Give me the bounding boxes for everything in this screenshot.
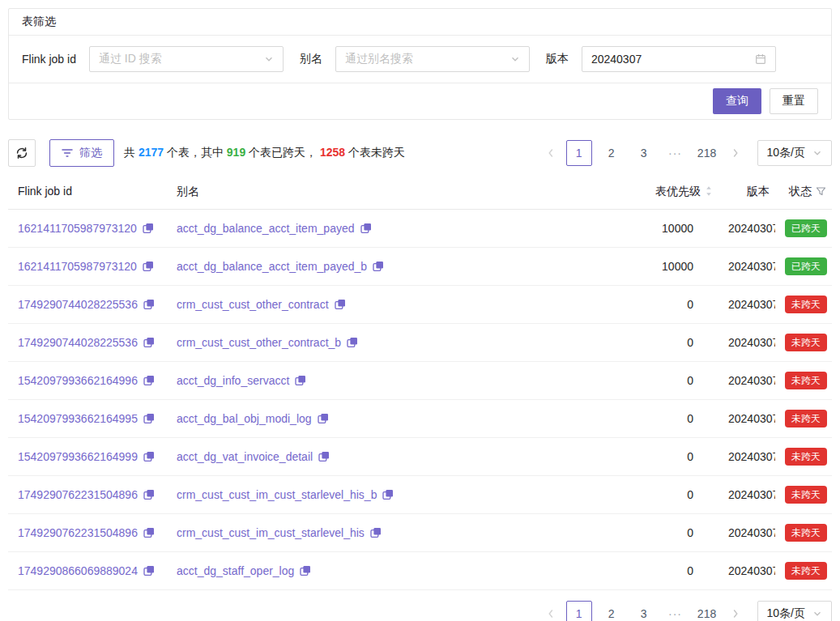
version-date-input[interactable]: 20240307 (582, 46, 776, 72)
table-header-row: Flink job id 别名 表优先级 版本 状态 (8, 173, 832, 210)
uncrossed-count: 1258 (320, 146, 345, 159)
flink-job-id-link[interactable]: 1542097993662164996 (18, 372, 138, 389)
alias-link[interactable]: crm_cust_cust_im_cust_starlevel_his (177, 525, 365, 541)
column-header-version: 版本 (718, 173, 775, 210)
alias-link[interactable]: acct_dg_info_servacct (177, 372, 289, 389)
chevron-right-icon (731, 609, 740, 619)
filter-icon (62, 148, 73, 158)
version-cell: 20240307 (718, 286, 775, 324)
page: 表筛选 Flink job id 通过 ID 搜索 别名 通过别名搜索 版本 2… (0, 0, 840, 621)
page-button-1[interactable]: 1 (566, 601, 592, 621)
alias-link[interactable]: acct_dg_bal_obj_modi_log (177, 410, 312, 427)
copy-icon[interactable] (143, 413, 155, 424)
table-row: 1542097993662164996acct_dg_info_servacct… (8, 362, 832, 400)
alias-select[interactable]: 通过别名搜索 (335, 46, 530, 72)
version-cell: 20240307 (718, 362, 775, 400)
status-badge: 未跨天 (785, 524, 827, 542)
pagination: 123···21810条/页 (542, 601, 832, 621)
page-size-value: 10条/页 (767, 606, 805, 621)
table-row: 1749290762231504896crm_cust_cust_im_cust… (8, 514, 832, 552)
flink-job-id-link[interactable]: 1749290744028225536 (18, 296, 138, 313)
copy-icon[interactable] (143, 527, 155, 538)
reset-button[interactable]: 重置 (770, 88, 818, 114)
funnel-icon[interactable] (816, 186, 826, 197)
priority-cell: 0 (613, 400, 718, 438)
copy-icon[interactable] (143, 337, 155, 348)
copy-icon[interactable] (295, 375, 306, 386)
version-cell: 20240307 (718, 400, 775, 438)
table-row: 1542097993662164995acct_dg_bal_obj_modi_… (8, 400, 832, 438)
page-button-1[interactable]: 1 (566, 140, 592, 166)
prev-page-button[interactable] (542, 601, 560, 621)
copy-icon[interactable] (347, 337, 358, 348)
copy-icon[interactable] (143, 451, 155, 462)
flink-job-id-select[interactable]: 通过 ID 搜索 (89, 46, 284, 72)
chevron-down-icon (812, 609, 822, 619)
alias-link[interactable]: acct_dg_balance_acct_item_payed_b (177, 258, 367, 274)
version-cell: 20240307 (718, 248, 775, 286)
copy-icon[interactable] (143, 223, 154, 234)
flink-job-id-link[interactable]: 1749290762231504896 (18, 525, 138, 541)
copy-icon[interactable] (143, 565, 155, 576)
alias-link[interactable]: acct_dg_staff_oper_log (177, 563, 294, 579)
flink-job-id-link[interactable]: 1749290762231504896 (18, 487, 138, 503)
page-button-218[interactable]: 218 (694, 140, 720, 166)
chevron-right-icon (731, 148, 740, 158)
copy-icon[interactable] (318, 451, 330, 462)
page-button-2[interactable]: 2 (599, 140, 625, 166)
priority-cell: 0 (613, 286, 718, 324)
flink-job-id-link[interactable]: 1621411705987973120 (18, 258, 137, 274)
prev-page-button[interactable] (542, 140, 560, 166)
copy-icon[interactable] (143, 299, 155, 310)
flink-job-id-link[interactable]: 1749290744028225536 (18, 334, 138, 351)
flink-job-id-link[interactable]: 1621411705987973120 (18, 220, 137, 236)
version-date-value: 20240307 (591, 53, 642, 66)
page-size-select[interactable]: 10条/页 (757, 601, 832, 621)
copy-icon[interactable] (318, 413, 329, 424)
page-ellipsis: ··· (663, 607, 688, 620)
flink-job-id-label: Flink job id (22, 53, 76, 66)
page-button-218[interactable]: 218 (694, 601, 720, 621)
page-button-3[interactable]: 3 (631, 601, 657, 621)
copy-icon[interactable] (335, 299, 346, 310)
page-button-3[interactable]: 3 (631, 140, 657, 166)
priority-cell: 0 (613, 476, 718, 514)
tables-table: Flink job id 别名 表优先级 版本 状态 1621411705987… (8, 173, 832, 590)
column-header-alias: 别名 (167, 173, 613, 210)
column-header-priority[interactable]: 表优先级 (613, 173, 718, 210)
alias-link[interactable]: crm_cust_cust_im_cust_starlevel_his_b (177, 487, 377, 503)
refresh-button[interactable] (8, 139, 36, 167)
sort-carets-icon[interactable] (705, 185, 713, 197)
copy-icon[interactable] (300, 565, 311, 576)
alias-label: 别名 (300, 52, 322, 66)
page-button-2[interactable]: 2 (599, 601, 625, 621)
copy-icon[interactable] (143, 261, 154, 272)
alias-link[interactable]: acct_dg_vat_invoice_detail (177, 449, 313, 465)
priority-cell: 0 (613, 362, 718, 400)
filter-button[interactable]: 筛选 (49, 139, 114, 167)
copy-icon[interactable] (373, 261, 384, 272)
column-header-status[interactable]: 状态 (775, 173, 832, 210)
copy-icon[interactable] (370, 527, 382, 538)
alias-link[interactable]: crm_cust_cust_other_contract (177, 296, 329, 313)
flink-job-id-link[interactable]: 1749290866069889024 (18, 563, 138, 579)
copy-icon[interactable] (143, 489, 155, 500)
alias-link[interactable]: acct_dg_balance_acct_item_payed (177, 220, 355, 236)
copy-icon[interactable] (360, 223, 372, 234)
table-row: 1542097993662164999acct_dg_vat_invoice_d… (8, 438, 832, 476)
version-cell: 20240307 (718, 552, 775, 590)
alias-link[interactable]: crm_cust_cust_other_contract_b (177, 334, 341, 351)
page-size-select[interactable]: 10条/页 (757, 140, 832, 166)
copy-icon[interactable] (143, 375, 155, 386)
next-page-button[interactable] (727, 601, 744, 621)
priority-cell: 10000 (613, 248, 718, 286)
filter-button-label: 筛选 (79, 146, 102, 160)
version-cell: 20240307 (718, 438, 775, 476)
filter-actions-row: 查询 重置 (9, 83, 831, 119)
copy-icon[interactable] (382, 489, 394, 500)
next-page-button[interactable] (727, 140, 744, 166)
chevron-down-icon (510, 54, 520, 64)
query-button[interactable]: 查询 (713, 88, 761, 114)
flink-job-id-link[interactable]: 1542097993662164995 (18, 410, 138, 427)
flink-job-id-link[interactable]: 1542097993662164999 (18, 449, 138, 465)
